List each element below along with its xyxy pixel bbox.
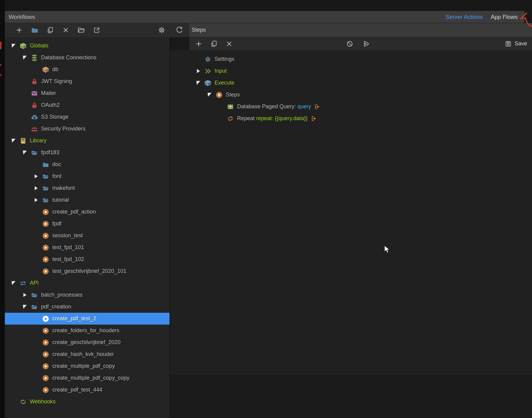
expand-arrow[interactable] [22, 293, 28, 297]
tree-item-create-pdf-test-444[interactable]: create_pdf_test_444 [5, 384, 170, 396]
step-item-execute[interactable]: Execute [170, 77, 532, 89]
arrow-spacer [22, 115, 28, 119]
step-item-label: Repeat repeat: {{query.data}} [237, 115, 308, 122]
tree-item-makefont[interactable]: makefont [5, 182, 170, 194]
play-icon [42, 351, 49, 358]
close-button[interactable] [225, 40, 233, 48]
collapse-arrow[interactable] [10, 44, 17, 48]
step-item-database-paged-query[interactable]: Database Paged Query: query [170, 101, 532, 113]
copy-button[interactable] [46, 26, 54, 34]
gear-button[interactable] [158, 26, 166, 34]
expand-arrow[interactable] [195, 69, 202, 73]
folder-button[interactable] [31, 26, 39, 34]
tree-item-test-geschilvrijbrief-2020-101[interactable]: test_geschilvrijbrief_2020_101 [5, 265, 170, 277]
tree-item-create-multiple-pdf-copy[interactable]: create_multiple_pdf_copy [5, 360, 170, 372]
refresh-button[interactable] [175, 26, 183, 34]
tree-item-create-pdf-action[interactable]: create_pdf_action [5, 206, 170, 218]
tree-item-tutorial[interactable]: tutorial [5, 194, 170, 206]
plus-button[interactable] [15, 26, 23, 34]
output-icon [314, 103, 320, 110]
steps-toolbar: Save [189, 37, 532, 50]
folder-open-icon [42, 185, 49, 192]
save-button[interactable]: Save [504, 40, 527, 48]
tree-item-database-connections[interactable]: Database Connections [5, 52, 170, 64]
tree-item-fpdf[interactable]: fpdf [5, 218, 170, 230]
server-actions-link[interactable]: Server Actions [446, 14, 483, 20]
tree-item-test-fpd-102[interactable]: test_fpd_102 [5, 253, 170, 265]
folder-open-outline-button[interactable] [77, 26, 85, 34]
output-icon [314, 103, 320, 110]
mail-icon [31, 90, 38, 97]
tree-item-mailer[interactable]: Mailer [5, 87, 170, 99]
share-icon [93, 26, 101, 34]
share-button[interactable] [93, 26, 101, 34]
arrow-spacer [33, 317, 40, 321]
tree-item-label: create_pdf_test_444 [52, 387, 102, 393]
users-icon [31, 125, 38, 133]
panel-divider[interactable] [170, 37, 170, 418]
tree-item-label: create_multiple_pdf_copy_copy [52, 375, 129, 381]
plus-button[interactable] [195, 40, 203, 48]
workflows-title: Workflows [9, 14, 35, 20]
step-item-input[interactable]: Input [170, 65, 532, 77]
tree-item-jwt-signing[interactable]: JWT Signing [5, 75, 170, 87]
expand-arrow[interactable] [33, 186, 40, 190]
tree-item-label: batch_processes [41, 292, 82, 298]
collapse-arrow[interactable] [22, 305, 28, 309]
tree-item-create-pdf-test-2[interactable]: create_pdf_test_2 [5, 313, 170, 325]
tree-item-create-multiple-pdf-copy-copy[interactable]: create_multiple_pdf_copy_copy [5, 372, 170, 384]
tree-item-fpdf183[interactable]: fpdf183 [5, 147, 170, 158]
expand-arrow[interactable] [33, 198, 40, 202]
tree-item-session-test[interactable]: session_test [5, 230, 170, 242]
copy-button[interactable] [210, 40, 218, 48]
tree-item-api[interactable]: API [5, 277, 170, 289]
collapse-arrow[interactable] [10, 139, 17, 143]
lock-icon [31, 102, 38, 109]
collapse-arrow[interactable] [206, 93, 213, 97]
export-button[interactable] [362, 40, 370, 48]
expand-arrow[interactable] [33, 174, 40, 178]
tree-item-create-hash-kvk-houder[interactable]: create_hash_kvk_houder [5, 348, 170, 360]
folder-icon [42, 161, 49, 168]
collapse-arrow[interactable] [22, 151, 28, 155]
step-item-repeat[interactable]: Repeat repeat: {{query.data}} [170, 113, 532, 124]
tree-item-label: tutorial [52, 197, 69, 203]
tree-item-font[interactable]: font [5, 170, 170, 182]
step-item-steps[interactable]: Steps [170, 89, 532, 101]
tree-item-batch-processes[interactable]: batch_processes [5, 289, 170, 301]
app-flows-link[interactable]: App Flows [491, 14, 518, 20]
tree-item-library[interactable]: Library [5, 135, 170, 147]
cube-green-icon [19, 42, 27, 50]
tree-item-label: create_multiple_pdf_copy [52, 363, 115, 369]
tree-item-create-geschilvrijbrief-2020[interactable]: create_geschilvrijbrief_2020 [5, 336, 170, 348]
tree-item-create-folders-for-houders[interactable]: create_folders_for_houders [5, 325, 170, 336]
tree-item-webhooks[interactable]: Webhooks [5, 396, 170, 408]
tree-item-pdf-creation[interactable]: pdf_creation [5, 301, 170, 313]
tree-item-globals[interactable]: Globals [5, 40, 170, 52]
play-icon [215, 91, 223, 99]
cube-blue-icon [204, 79, 212, 87]
tree-item-doc[interactable]: doc [5, 158, 170, 170]
play-icon [42, 220, 49, 228]
block-button[interactable] [346, 40, 354, 48]
collapse-arrow[interactable] [22, 56, 28, 60]
tree-item-oauth2[interactable]: OAuth2 [5, 99, 170, 111]
collapse-arrow[interactable] [10, 281, 17, 285]
collapse-arrow[interactable] [195, 81, 202, 85]
steps-toolbar-secondary-group [346, 40, 370, 48]
copy-icon [46, 26, 54, 34]
workflows-header-bar: Workflows Server ActionsApp Flows [5, 11, 524, 23]
mouse-cursor-icon [384, 245, 391, 253]
folder-open-icon [42, 197, 49, 204]
tree-item-s3-storage[interactable]: S3 Storage [5, 111, 170, 123]
step-label-part: repeat: {{query.data}} [256, 115, 308, 121]
tree-item-label: OAuth2 [41, 102, 60, 108]
arrow-spacer [33, 222, 40, 226]
tree-item-test-fpd-101[interactable]: test_fpd_101 [5, 242, 170, 253]
close-button[interactable] [62, 26, 70, 34]
tree-item-label: pdf_creation [41, 304, 71, 310]
tree-item-security-providers[interactable]: Security Providers [5, 123, 170, 135]
step-item-settings[interactable]: Settings [170, 53, 532, 65]
tree-item-db[interactable]: db [5, 64, 170, 75]
play-icon [42, 386, 49, 394]
